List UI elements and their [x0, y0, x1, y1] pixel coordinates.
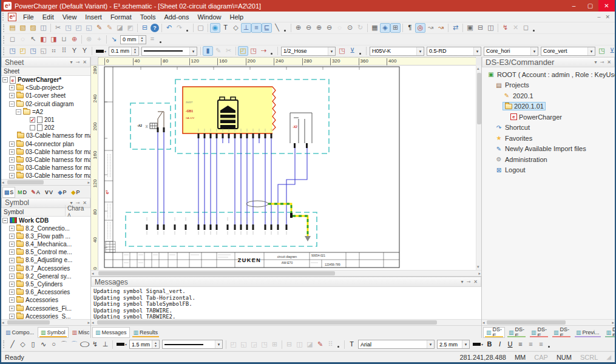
open-sheet-icon[interactable]: ▧: [18, 23, 28, 33]
combo-dropdown-icon[interactable]: ▾: [328, 47, 335, 55]
snap-icon[interactable]: ⊞: [390, 23, 401, 33]
node-tool-icon[interactable]: ◉: [210, 23, 220, 33]
expander-plus-icon[interactable]: +: [9, 281, 15, 287]
tree-item-8-7-accessories[interactable]: +8.7_Accessories: [1, 265, 90, 272]
expander-plus-icon[interactable]: +: [9, 85, 15, 90]
swatch-dropdown-icon[interactable]: ▾: [104, 49, 106, 53]
tree-item-8-6-adjusting-e[interactable]: +8.6_Adjusting e...: [1, 256, 90, 264]
commander-panel-close-icon[interactable]: ✕: [607, 59, 611, 65]
scroll-left-icon[interactable]: ◂: [2, 180, 4, 186]
zoom-previous-icon[interactable]: ◌: [334, 23, 345, 33]
messages-hscrollbar[interactable]: ◂: [91, 319, 481, 325]
sheet-hscrollbar[interactable]: ◂ ▸: [1, 179, 90, 185]
tree-item-9-2-general-sy[interactable]: +9.2_General sy...: [1, 272, 90, 280]
sheet-checkbox[interactable]: [30, 125, 35, 130]
tree-item-9-6-accessories[interactable]: +9.6_Accessories: [1, 288, 90, 296]
underline-icon[interactable]: U: [505, 340, 515, 349]
ungroup-icon[interactable]: ◱: [239, 340, 249, 349]
format-painter-2-icon[interactable]: ✎: [104, 23, 115, 33]
expander-plus-icon[interactable]: +: [9, 241, 15, 247]
commander-item-logout[interactable]: ⊠Logout: [482, 165, 615, 176]
tree-item-201[interactable]: 201: [1, 116, 90, 124]
combo-dropdown-icon[interactable]: ▾: [416, 47, 424, 55]
sheet-column-header[interactable]: Sheet: [1, 67, 90, 76]
move-origin-icon[interactable]: +: [94, 35, 104, 44]
tree-item-02-circuit-diagram[interactable]: −02-circuit diagram: [1, 100, 90, 108]
tree-item-accessories[interactable]: +Accessories: [1, 296, 90, 304]
minimize-button[interactable]: –: [566, 0, 582, 12]
paste-special-icon[interactable]: ◱: [84, 23, 94, 33]
commander-item-powercharger[interactable]: ePowerCharger: [482, 112, 615, 123]
expander-plus-icon[interactable]: +: [9, 297, 15, 303]
group-icon[interactable]: ◰: [228, 340, 239, 349]
align-grid-icon[interactable]: ⊞: [269, 340, 280, 349]
scroll-left-icon[interactable]: ◂: [482, 320, 485, 326]
sheet-panel-pin-icon[interactable]: ⊸: [76, 59, 80, 65]
doc-minimize-icon[interactable]: –: [597, 14, 600, 20]
zoom-selection-icon[interactable]: ⊙: [345, 23, 355, 33]
tree-item-202[interactable]: 202: [1, 124, 90, 132]
core-hori-combo[interactable]: Core_hori▾: [484, 47, 538, 56]
wire-size-combo[interactable]: 0.5-RD▾: [427, 47, 481, 56]
text-color-swatch[interactable]: [473, 343, 481, 346]
expander-plus-icon[interactable]: +: [9, 165, 15, 170]
commander-item-favorites[interactable]: ★Favorites: [482, 133, 615, 144]
delete-redline-icon[interactable]: ⊗: [84, 35, 94, 44]
copy-icon[interactable]: ◳: [63, 23, 73, 33]
expander-plus-icon[interactable]: +: [9, 226, 15, 231]
hose-funnel-icon[interactable]: ⊻: [347, 46, 357, 56]
to-front-icon[interactable]: ◲: [249, 340, 259, 349]
level-icon[interactable]: =: [147, 35, 158, 44]
tree-item-9-5-cylinders[interactable]: +9.5_Cylinders: [1, 280, 90, 288]
polygon-tool-icon[interactable]: ◇: [231, 23, 241, 33]
italic-icon[interactable]: I: [495, 340, 505, 349]
tree-item-03-cable-harness-for-manufac[interactable]: +03-Cable harness for manufac: [1, 164, 90, 172]
help-icon[interactable]: ?: [151, 24, 159, 32]
y-split-1-icon[interactable]: Y: [69, 46, 80, 56]
messages-panel-close-icon[interactable]: ✕: [473, 279, 478, 285]
core-funnel-icon[interactable]: ⊻: [607, 46, 615, 56]
expander-plus-icon[interactable]: +: [9, 173, 15, 178]
bold-icon[interactable]: B: [484, 340, 495, 349]
redo-icon[interactable]: ↷: [174, 23, 184, 33]
combo-dropdown-icon[interactable]: ▾: [462, 340, 469, 348]
expander-plus-icon[interactable]: +: [9, 157, 15, 163]
commander-item-2020-1[interactable]: ✎2020.1: [482, 90, 615, 101]
pin-group-2-icon[interactable]: ⠿: [59, 46, 69, 56]
text-style-icon[interactable]: T: [347, 340, 357, 349]
app-menu-icon[interactable]: e³: [8, 13, 16, 21]
font-combo[interactable]: Arial▾: [358, 340, 435, 349]
tab-compo[interactable]: ▥Compo...: [2, 327, 37, 338]
tab-symbol[interactable]: ▥Symbol: [38, 327, 69, 338]
core-assign-icon[interactable]: ◳: [597, 46, 607, 56]
dock-tab-a[interactable]: ✎A: [29, 187, 42, 198]
scroll-right-icon[interactable]: ▸: [612, 320, 614, 326]
close-button[interactable]: ✕: [598, 0, 615, 12]
new-sheet-icon[interactable]: ▤: [7, 23, 18, 33]
shape-polygon-icon[interactable]: ◇: [18, 340, 28, 349]
tree-item-a2[interactable]: −=A2: [1, 108, 90, 116]
tree-item-01-cover-sheet[interactable]: +01-cover sheet: [1, 92, 90, 99]
place-pin-icon[interactable]: ↘: [109, 35, 119, 44]
expander-plus-icon[interactable]: +: [9, 249, 15, 255]
redline-ellipse-icon[interactable]: ◌: [18, 35, 28, 44]
toolbar-handle[interactable]: [3, 340, 5, 348]
pointer-icon[interactable]: ↖: [28, 35, 38, 44]
commander-item-shortcut[interactable]: ↷Shortcut: [482, 123, 615, 133]
redraw-icon[interactable]: ↻: [355, 23, 365, 33]
expander-plus-icon[interactable]: +: [9, 258, 15, 263]
cable-duct-tool-icon[interactable]: ⊑: [262, 23, 272, 33]
drawing-area[interactable]: e³: [98, 66, 476, 270]
expander-plus-icon[interactable]: +: [9, 234, 15, 239]
hatch-icon[interactable]: ◪: [305, 340, 315, 349]
commander-item-projects[interactable]: ▤Projects: [482, 80, 615, 91]
expander-plus-icon[interactable]: +: [9, 314, 15, 319]
line-style-combo[interactable]: ▾: [141, 47, 197, 56]
hose-combo[interactable]: 1/2_Hose▾: [281, 47, 336, 56]
shape-ellipse-icon[interactable]: ◯: [78, 340, 91, 348]
redline-pen-icon[interactable]: ✎: [315, 340, 325, 349]
sheet-checkbox[interactable]: [30, 117, 35, 123]
line-width-spinner[interactable]: 0.1 mm▲▼: [109, 47, 139, 56]
commander-item-root-account-admin-role-keyuse[interactable]: ▣ROOT ( Account : admin , Role : KeyUse: [482, 69, 615, 80]
handle-grid-icon[interactable]: ⠿: [325, 340, 336, 349]
